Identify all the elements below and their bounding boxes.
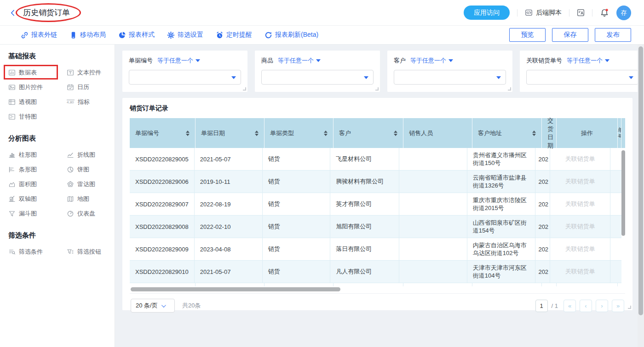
- sidebar-item-label: 文本控件: [77, 68, 101, 77]
- report-external-link-item[interactable]: 报表外链: [21, 31, 57, 39]
- sidebar-item-metric[interactable]: 4,80 指标: [67, 95, 115, 109]
- column-header-type[interactable]: 单据类型: [264, 118, 334, 148]
- horizontal-scrollbar-thumb[interactable]: [131, 287, 340, 291]
- page-vertical-scrollbar[interactable]: [638, 45, 644, 347]
- backend-script-button[interactable]: 后端脚本: [525, 9, 562, 17]
- radar-chart-icon: [67, 181, 74, 188]
- back-icon[interactable]: [9, 9, 17, 17]
- related-sales-order-link[interactable]: 关联销货单: [550, 216, 610, 238]
- column-header-delivery-date[interactable]: 交货日期: [542, 118, 557, 148]
- table-row[interactable]: XSDD20220829009 2023-04-08 销货 落日有限公司 内蒙古…: [130, 238, 621, 261]
- notification-bell-icon[interactable]: [600, 8, 609, 17]
- table-row[interactable]: XSDD20220829008 2022-02-10 销货 旭阳有限公司 山西省…: [130, 216, 621, 238]
- cell-order-no: XSDD20220829009: [130, 238, 195, 261]
- sidebar-item-label: 双轴图: [19, 195, 37, 203]
- translate-icon[interactable]: [577, 9, 585, 17]
- column-header-customer[interactable]: 客户: [334, 118, 403, 148]
- sort-icon[interactable]: [186, 131, 190, 136]
- avatar[interactable]: 存: [616, 6, 631, 20]
- page-size-value: 20 条/页: [136, 301, 158, 310]
- first-page-button[interactable]: «: [564, 300, 576, 312]
- related-sales-order-link[interactable]: 关联销货单: [550, 171, 610, 193]
- sidebar-item-gantt[interactable]: 甘特图: [8, 109, 67, 124]
- sidebar-item-pivot[interactable]: 透视图: [8, 95, 67, 109]
- calendar-icon: [67, 84, 74, 91]
- report-refresh-item[interactable]: 报表刷新(Beta): [264, 31, 318, 39]
- sidebar-item-line-chart[interactable]: 折线图: [67, 148, 115, 162]
- top-bar: 历史销货订单 应用访问 后端脚本 存: [0, 0, 644, 26]
- filter-value-select[interactable]: [129, 70, 241, 85]
- table-row[interactable]: XSDD20220829006 2019-10-11 销货 腾骏材料有限公司 云…: [130, 171, 621, 193]
- sidebar-item-image-widget[interactable]: 图片控件: [8, 80, 67, 95]
- table-title: 销货订单记录: [130, 104, 625, 113]
- table-row[interactable]: XSDD20220829005 2021-05-07 销货 飞星材料公司 贵州省…: [130, 148, 621, 171]
- resize-handle[interactable]: [628, 306, 631, 309]
- sidebar-item-pie-chart[interactable]: 饼图: [67, 162, 115, 177]
- sidebar-item-text-widget[interactable]: 文本控件: [67, 65, 115, 80]
- sort-icon[interactable]: [324, 131, 328, 136]
- resize-handle[interactable]: [508, 87, 511, 91]
- sidebar-item-funnel-chart[interactable]: 漏斗图: [8, 206, 67, 221]
- sidebar-item-calendar[interactable]: 日历: [67, 80, 115, 95]
- next-page-button[interactable]: ›: [596, 300, 608, 312]
- mobile-layout-item[interactable]: 移动布局: [69, 31, 106, 39]
- filter-operator-dropdown[interactable]: 等于任意一个: [410, 57, 453, 65]
- column-header-salesperson[interactable]: 销售人员: [403, 118, 472, 148]
- mobile-icon: [69, 31, 77, 39]
- funnel-chart-icon: [8, 210, 16, 217]
- dual-axis-chart-icon: [8, 195, 16, 203]
- sidebar-item-label: 地图: [77, 195, 89, 203]
- sidebar-item-bar-chart[interactable]: 条形图: [8, 162, 67, 177]
- filter-operator-dropdown[interactable]: 等于任意一个: [157, 57, 200, 65]
- sidebar-item-area-chart[interactable]: 面积图: [8, 177, 67, 192]
- filter-value-select[interactable]: [261, 70, 374, 85]
- sidebar-item-gauge[interactable]: 仪表盘: [67, 206, 115, 221]
- related-sales-order-link[interactable]: 关联销货单: [550, 238, 610, 261]
- table-row[interactable]: XSDD20220829010 2021-05-07 销货 凡人有限公司 天津市…: [130, 261, 621, 283]
- resize-handle[interactable]: [243, 87, 246, 91]
- sidebar-item-map[interactable]: 地图: [67, 192, 115, 206]
- column-header-address[interactable]: 客户地址: [472, 118, 542, 148]
- scheduled-reminder-item[interactable]: 定时提醒: [216, 31, 252, 39]
- cell-salesperson: [399, 216, 467, 238]
- sidebar-item-label: 折线图: [77, 151, 95, 159]
- scrollbar-thumb[interactable]: [638, 46, 643, 315]
- column-header-date[interactable]: 单据日期: [196, 118, 264, 148]
- report-external-link-label: 报表外链: [31, 31, 57, 39]
- page-size-select[interactable]: 20 条/页: [131, 299, 175, 313]
- column-header-order-no[interactable]: 单据编号: [130, 118, 196, 148]
- table-row[interactable]: XSDD20220829007 2022-08-19 销货 英才有限公司 重庆市…: [130, 193, 621, 216]
- sidebar-item-filter-button[interactable]: 筛选按钮: [67, 245, 115, 259]
- last-page-button[interactable]: »: [612, 300, 624, 312]
- table-vertical-scrollbar[interactable]: [621, 150, 625, 236]
- prev-page-button[interactable]: ‹: [580, 300, 592, 312]
- sort-icon[interactable]: [532, 131, 536, 136]
- sidebar-item-label: 仪表盘: [77, 210, 95, 218]
- app-access-button[interactable]: 应用访问: [464, 6, 510, 20]
- related-sales-order-link[interactable]: 关联销货单: [550, 193, 610, 216]
- sidebar-item-filter-condition[interactable]: 筛选条件: [8, 245, 67, 259]
- filter-value-select[interactable]: [394, 70, 506, 85]
- related-sales-order-link[interactable]: 关联销货单: [550, 148, 610, 171]
- resize-handle[interactable]: [375, 87, 379, 91]
- filter-operator-dropdown[interactable]: 等于任意一个: [567, 57, 610, 65]
- filter-settings-item[interactable]: 筛选设置: [167, 31, 203, 39]
- related-sales-order-link[interactable]: 关联销货单: [550, 261, 610, 283]
- sort-icon[interactable]: [394, 131, 397, 136]
- sidebar-item-dual-axis-chart[interactable]: 双轴图: [8, 192, 67, 206]
- filter-operator-dropdown[interactable]: 等于任意一个: [278, 57, 321, 65]
- sort-icon[interactable]: [255, 131, 259, 136]
- save-button[interactable]: 保存: [552, 28, 588, 42]
- report-style-item[interactable]: 报表样式: [118, 31, 155, 39]
- sidebar-item-column-chart[interactable]: 柱形图: [8, 148, 67, 162]
- sidebar-item-label: 图片控件: [19, 83, 43, 91]
- filter-value-select[interactable]: [526, 70, 638, 85]
- publish-button[interactable]: 发布: [595, 28, 631, 42]
- sidebar-item-radar-chart[interactable]: 雷达图: [67, 177, 115, 192]
- page-number-input[interactable]: [535, 300, 548, 312]
- sales-order-table-card: 销货订单记录 单据编号 单据日期 单据类型 客户 销售人员 客户地址 交货日期 …: [122, 98, 632, 310]
- table-horizontal-scrollbar[interactable]: [130, 287, 621, 292]
- preview-button[interactable]: 预览: [509, 28, 546, 42]
- sidebar-item-data-table[interactable]: 数据表: [8, 65, 67, 80]
- cell-address: 重庆市重庆市涪陵区街道2015号: [467, 193, 536, 216]
